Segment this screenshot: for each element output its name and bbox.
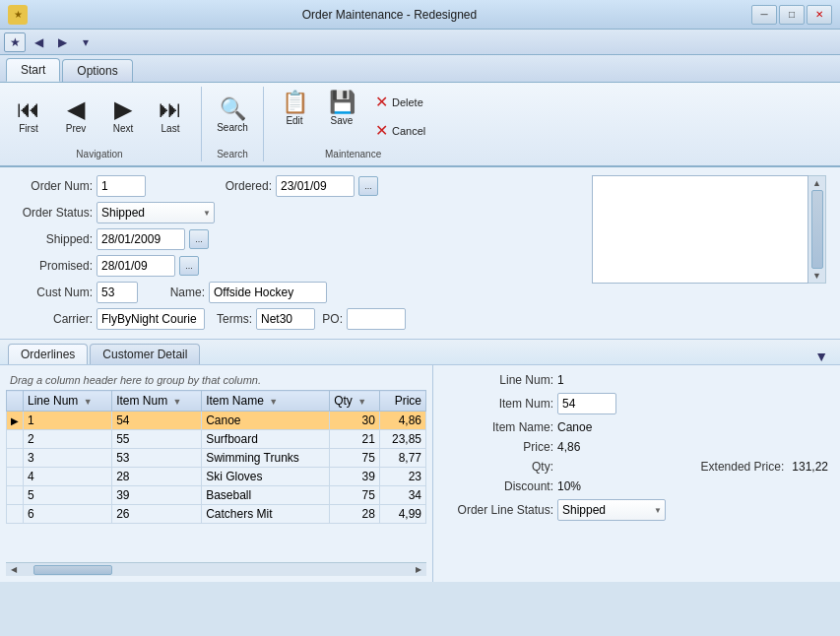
cell-item-num: 28: [112, 468, 202, 486]
back-icon: ◀: [34, 35, 43, 49]
close-button[interactable]: ✕: [807, 5, 832, 25]
qty-label: Qty:: [445, 460, 553, 474]
dropdown-quick-btn[interactable]: ▾: [75, 32, 97, 52]
ordered-input[interactable]: [276, 175, 355, 197]
discount-label: Discount:: [445, 479, 553, 493]
first-button[interactable]: ⏮ First: [6, 93, 51, 140]
cell-price: 4,86: [379, 412, 425, 430]
terms-input[interactable]: [256, 308, 315, 330]
col-qty[interactable]: Qty ▼: [330, 391, 380, 412]
back-quick-btn[interactable]: ◀: [28, 32, 49, 52]
save-button[interactable]: 💾 Save: [319, 87, 364, 132]
cell-line-num: 2: [24, 430, 112, 449]
forward-quick-btn[interactable]: ▶: [51, 32, 73, 52]
tab-start[interactable]: Start: [6, 58, 60, 82]
minimize-button[interactable]: ─: [751, 5, 777, 25]
name-input[interactable]: [209, 282, 327, 303]
order-num-input[interactable]: [97, 175, 146, 197]
cell-item-name: Swimming Trunks: [202, 449, 330, 468]
window-title: Order Maintenance - Redesigned: [28, 8, 751, 22]
search-button[interactable]: 🔍 Search: [210, 94, 255, 139]
row-indicator: [7, 505, 24, 524]
table-row[interactable]: ▶ 1 54 Canoe 30 4,86: [7, 412, 426, 430]
collapse-arrow[interactable]: ▼: [814, 349, 828, 364]
cancel-button[interactable]: ✕ Cancel: [366, 117, 434, 144]
col-price[interactable]: Price: [379, 391, 425, 412]
cell-line-num: 5: [24, 486, 112, 505]
dropdown-icon: ▾: [83, 35, 89, 49]
grid-panel: Drag a column header here to group by th…: [0, 365, 433, 582]
table-row[interactable]: 2 55 Surfboard 21 23,85: [7, 430, 426, 449]
item-num-input[interactable]: [557, 393, 616, 414]
filter-item-num-icon[interactable]: ▼: [173, 397, 182, 407]
promised-input[interactable]: [97, 255, 175, 277]
filter-qty-icon[interactable]: ▼: [357, 397, 366, 407]
cell-qty: 75: [330, 449, 380, 468]
search-group-label: Search: [210, 149, 255, 161]
cell-item-num: 26: [112, 505, 202, 524]
edit-button[interactable]: 📋 Edit: [272, 87, 317, 132]
row-indicator: ▶: [7, 412, 24, 430]
shipped-picker-button[interactable]: ...: [189, 229, 209, 249]
ribbon-group-maintenance: 📋 Edit 💾 Save ✕ Delete ✕ Cancel Maintena…: [264, 87, 442, 161]
cell-item-num: 39: [112, 486, 202, 505]
item-num-label: Item Num:: [445, 397, 553, 411]
maximize-button[interactable]: □: [779, 5, 805, 25]
notes-scroll-down[interactable]: ▼: [812, 271, 821, 281]
order-status-label: Order Status:: [14, 206, 93, 220]
delete-icon: ✕: [375, 93, 388, 111]
discount-value: 10%: [557, 479, 581, 493]
cust-num-input[interactable]: [97, 282, 138, 303]
price-label: Price:: [445, 440, 553, 454]
subtab-customer-detail[interactable]: Customer Detail: [90, 344, 200, 364]
shipped-input[interactable]: [97, 228, 185, 250]
po-input[interactable]: [347, 308, 406, 330]
prev-button[interactable]: ◀ Prev: [53, 93, 98, 140]
grid-hscrollbar[interactable]: ◀ ▶: [6, 562, 426, 576]
table-row[interactable]: 5 39 Baseball 75 34: [7, 486, 426, 505]
star-quick-btn[interactable]: ★: [4, 32, 26, 52]
delete-button[interactable]: ✕ Delete: [366, 89, 434, 115]
ordered-picker-button[interactable]: ...: [358, 176, 378, 196]
cell-line-num: 6: [24, 505, 112, 524]
last-button[interactable]: ⏭ Last: [148, 93, 193, 140]
notes-scrollbar-thumb: [811, 190, 823, 269]
cell-line-num: 1: [24, 412, 112, 430]
col-item-name[interactable]: Item Name ▼: [202, 391, 330, 412]
cell-item-name: Catchers Mit: [202, 505, 330, 524]
col-item-num[interactable]: Item Num ▼: [112, 391, 202, 412]
next-button[interactable]: ▶ Next: [100, 93, 146, 140]
last-icon: ⏭: [159, 97, 182, 121]
cell-item-name: Baseball: [202, 486, 330, 505]
orderlines-table: Line Num ▼ Item Num ▼ Item Name ▼ Qty: [6, 390, 426, 524]
table-row[interactable]: 4 28 Ski Gloves 39 23: [7, 468, 426, 486]
table-row[interactable]: 3 53 Swimming Trunks 75 8,77: [7, 449, 426, 468]
hscroll-right-arrow[interactable]: ▶: [413, 564, 424, 576]
po-label: PO:: [319, 312, 343, 326]
filter-line-num-icon[interactable]: ▼: [84, 397, 93, 407]
notes-scroll-up[interactable]: ▲: [812, 178, 821, 188]
tab-options[interactable]: Options: [62, 59, 132, 82]
hscroll-thumb[interactable]: [33, 565, 112, 575]
window-controls: ─ □ ✕: [751, 5, 832, 25]
subtab-orderlines[interactable]: Orderlines: [8, 344, 88, 364]
bottom-split: Drag a column header here to group by th…: [0, 365, 840, 582]
carrier-input[interactable]: [97, 308, 205, 330]
promised-picker-button[interactable]: ...: [179, 256, 199, 276]
ribbon-tabs: Start Options: [0, 55, 840, 83]
cell-item-num: 55: [112, 430, 202, 449]
cell-price: 8,77: [379, 449, 425, 468]
order-status-select[interactable]: Shipped Pending Processing Complete Canc…: [97, 202, 215, 223]
order-line-status-select[interactable]: Shipped Pending Processing Complete: [557, 499, 666, 521]
notes-textarea[interactable]: [592, 175, 808, 284]
col-line-num[interactable]: Line Num ▼: [24, 391, 112, 412]
extended-price-label: Extended Price:: [701, 460, 785, 474]
table-row[interactable]: 6 26 Catchers Mit 28 4,99: [7, 505, 426, 524]
item-name-label: Item Name:: [445, 420, 553, 434]
hscroll-left-arrow[interactable]: ◀: [8, 564, 20, 576]
cell-line-num: 4: [24, 468, 112, 486]
order-num-label: Order Num:: [14, 179, 93, 193]
cancel-icon: ✕: [375, 121, 388, 140]
filter-item-name-icon[interactable]: ▼: [269, 397, 278, 407]
next-icon: ▶: [114, 97, 132, 121]
